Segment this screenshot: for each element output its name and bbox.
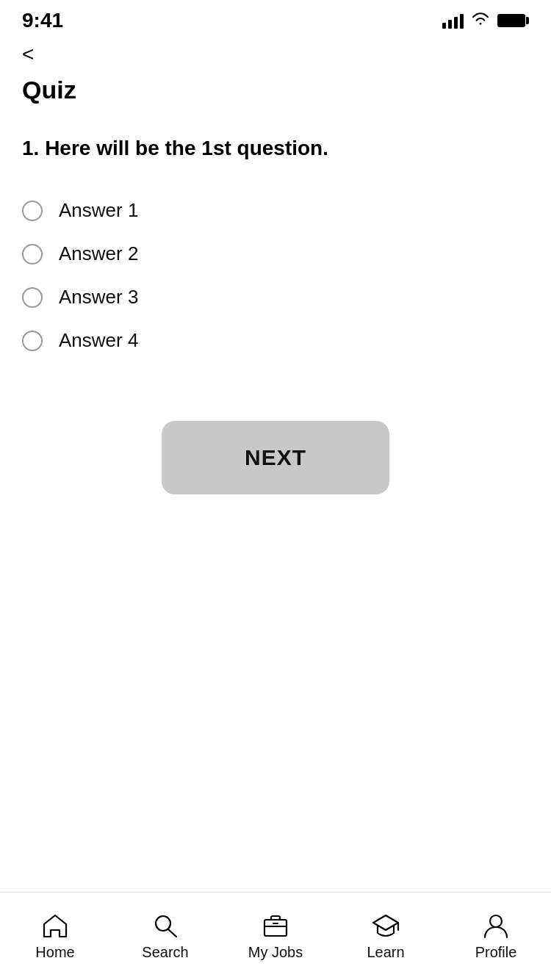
answer-option-3[interactable]: Answer 3: [22, 275, 529, 319]
status-icons: [442, 12, 529, 29]
wifi-icon: [471, 12, 490, 29]
answer-option-2[interactable]: Answer 2: [22, 232, 529, 275]
radio-3[interactable]: [22, 287, 43, 308]
answer-option-4[interactable]: Answer 4: [22, 319, 529, 362]
svg-line-1: [168, 929, 176, 937]
learn-icon: [370, 912, 401, 940]
svg-point-7: [490, 915, 502, 927]
battery-icon: [497, 14, 529, 27]
nav-item-home[interactable]: Home: [7, 912, 103, 961]
quiz-content: 1. Here will be the 1st question. Answer…: [0, 119, 551, 509]
nav-label-profile: Profile: [475, 944, 517, 961]
myjobs-icon: [260, 912, 291, 940]
radio-1[interactable]: [22, 201, 43, 221]
nav-item-profile[interactable]: Profile: [448, 912, 544, 961]
answer-label-3: Answer 3: [59, 286, 138, 309]
nav-item-search[interactable]: Search: [118, 912, 213, 961]
profile-icon: [480, 912, 511, 940]
signal-icon: [442, 12, 464, 29]
nav-label-home: Home: [35, 944, 74, 961]
question-text: 1. Here will be the 1st question.: [22, 134, 529, 162]
nav-item-myjobs[interactable]: My Jobs: [228, 912, 323, 961]
answer-label-4: Answer 4: [59, 329, 138, 352]
bottom-nav: Home Search My Jobs: [0, 892, 551, 980]
search-icon: [150, 912, 181, 940]
home-icon: [40, 912, 71, 940]
answer-label-2: Answer 2: [59, 242, 138, 265]
radio-4[interactable]: [22, 331, 43, 351]
radio-2[interactable]: [22, 244, 43, 264]
status-time: 9:41: [22, 9, 63, 32]
nav-label-search: Search: [142, 944, 188, 961]
svg-rect-2: [264, 920, 287, 936]
back-chevron-icon: <: [22, 44, 34, 65]
nav-label-myjobs: My Jobs: [248, 944, 303, 961]
page-title: Quiz: [0, 68, 551, 119]
next-button-wrap: NEXT: [22, 421, 529, 494]
nav-label-learn: Learn: [367, 944, 404, 961]
status-bar: 9:41: [0, 0, 551, 37]
answer-option-1[interactable]: Answer 1: [22, 189, 529, 232]
back-button[interactable]: <: [0, 37, 551, 68]
nav-item-learn[interactable]: Learn: [338, 912, 433, 961]
next-button[interactable]: NEXT: [162, 421, 389, 494]
answer-label-1: Answer 1: [59, 199, 138, 222]
